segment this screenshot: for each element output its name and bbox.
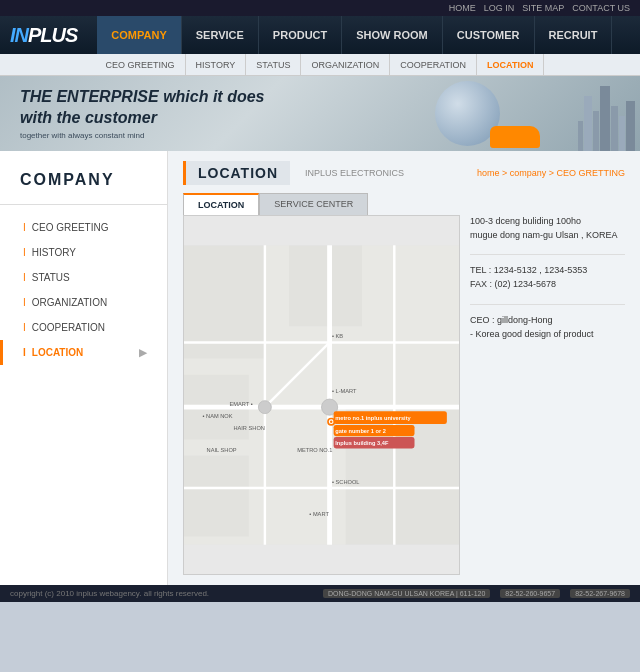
login-link[interactable]: LOG IN — [484, 3, 515, 13]
namnog-label: • NAM NOK — [203, 413, 233, 419]
subnav-coop[interactable]: COOPERATION — [390, 54, 477, 75]
tab-location[interactable]: LOCATION — [183, 193, 259, 215]
arrow-icon: ▶ — [139, 347, 147, 358]
footer-address: DONG-DONG NAM-GU ULSAN KOREA | 611-120 — [323, 589, 490, 598]
subnav-org[interactable]: ORGANIZATION — [301, 54, 390, 75]
tel-section: TEL : 1234-5132 , 1234-5353 FAX : (02) 1… — [470, 263, 625, 292]
company-name-label: INPLUS ELECTRONICS — [305, 168, 404, 178]
svg-rect-2 — [289, 245, 362, 326]
contact-link[interactable]: CONTACT US — [572, 3, 630, 13]
main-content: COMPANY CEO GREETING HISTORY STATUS ORGA… — [0, 151, 640, 585]
sidebar-item-history[interactable]: HISTORY — [0, 240, 167, 265]
map-container: • KB EMART • • L-MART • NAM NOK HAIR SHO… — [183, 215, 460, 575]
school-label: • SCHOOL — [332, 479, 359, 485]
subnav-status[interactable]: STATUS — [246, 54, 301, 75]
divider1 — [470, 254, 625, 255]
top-bar: HOME LOG IN SITE MAP CONTACT US — [0, 0, 640, 16]
subnav-location[interactable]: LOCATION — [477, 54, 544, 75]
sitemap-link[interactable]: SITE MAP — [522, 3, 564, 13]
emart-label: EMART • — [230, 401, 253, 407]
breadcrumb-bar: LOCATION INPLUS ELECTRONICS home > compa… — [183, 161, 625, 185]
tabs: LOCATION SERVICE CENTER — [183, 193, 625, 215]
hero-line3: together with always constant mind — [20, 131, 264, 140]
nav-recruit[interactable]: RECRUIT — [535, 16, 613, 54]
hero-line1: THE ENTERPRISE which it does — [20, 87, 264, 108]
subnav-ceo[interactable]: CEO GREETING — [96, 54, 186, 75]
info-panel: 100-3 dceng buliding 100ho mugue dong na… — [470, 215, 625, 575]
breadcrumb: home > company > CEO GRETTING — [477, 168, 625, 178]
nav-product[interactable]: PRODUCT — [259, 16, 342, 54]
fax-value: FAX : (02) 1234-5678 — [470, 277, 625, 291]
sub-nav: CEO GREETING HISTORY STATUS ORGANIZATION… — [0, 54, 640, 76]
map-svg: • KB EMART • • L-MART • NAM NOK HAIR SHO… — [184, 216, 459, 574]
main-nav: COMPANY SERVICE PRODUCT SHOW ROOM CUSTOM… — [97, 16, 630, 54]
footer: copyright (c) 2010 inplus webagency. all… — [0, 585, 640, 602]
footer-fax: 82-52-267-9678 — [570, 589, 630, 598]
callout3-text: Inplus building 3,4F — [335, 440, 389, 446]
divider2 — [470, 304, 625, 305]
footer-copyright: copyright (c) 2010 inplus webagency. all… — [10, 589, 313, 598]
svg-rect-4 — [184, 456, 249, 537]
svg-point-14 — [258, 401, 271, 414]
map-info-row: • KB EMART • • L-MART • NAM NOK HAIR SHO… — [183, 215, 625, 575]
footer-tel: 82-52-260-9657 — [500, 589, 560, 598]
sidebar-title: COMPANY — [0, 171, 167, 205]
sidebar-item-coop[interactable]: COOPERATION — [0, 315, 167, 340]
sidebar-item-org[interactable]: ORGANIZATION — [0, 290, 167, 315]
ceo-name: CEO : gilldong-Hong — [470, 313, 625, 327]
hairshon-label: HAIR SHON — [233, 425, 264, 431]
kb-label: • KB — [332, 333, 343, 339]
callout2-text: gate number 1 or 2 — [335, 428, 386, 434]
hero-text: THE ENTERPRISE which it does with the cu… — [20, 87, 264, 140]
ceo-section: CEO : gilldong-Hong - Korea good design … — [470, 313, 625, 342]
logo: IN PLUS — [10, 24, 77, 47]
lmart-label: • L-MART — [332, 388, 357, 394]
hero-line2: with the customer — [20, 108, 264, 129]
nav-company[interactable]: COMPANY — [97, 16, 181, 54]
nailshop-label: NAIL SHOP — [207, 447, 237, 453]
mart-label: • MART — [309, 511, 329, 517]
sidebar-item-status[interactable]: STATUS — [0, 265, 167, 290]
ceo-desc: - Korea good design of product — [470, 327, 625, 341]
hero-scene — [380, 76, 640, 151]
header: IN PLUS COMPANY SERVICE PRODUCT SHOW ROO… — [0, 16, 640, 54]
address-section: 100-3 dceng buliding 100ho mugue dong na… — [470, 215, 625, 242]
logo-text: IN PLUS — [10, 24, 77, 47]
page-heading: LOCATION — [183, 161, 290, 185]
svg-point-17 — [330, 420, 332, 422]
hero-banner: THE ENTERPRISE which it does with the cu… — [0, 76, 640, 151]
nav-service[interactable]: SERVICE — [182, 16, 259, 54]
home-link[interactable]: HOME — [449, 3, 476, 13]
tel-value: TEL : 1234-5132 , 1234-5353 — [470, 263, 625, 277]
sidebar-item-ceo[interactable]: CEO GREETING — [0, 215, 167, 240]
tab-service-center[interactable]: SERVICE CENTER — [259, 193, 368, 215]
sidebar: COMPANY CEO GREETING HISTORY STATUS ORGA… — [0, 151, 168, 585]
subnav-history[interactable]: HISTORY — [186, 54, 247, 75]
callout1-text: metro no.1 inplus university — [335, 415, 411, 421]
nav-customer[interactable]: CUSTOMER — [443, 16, 535, 54]
nav-showroom[interactable]: SHOW ROOM — [342, 16, 443, 54]
address-value: 100-3 dceng buliding 100ho mugue dong na… — [470, 215, 625, 242]
content-area: LOCATION INPLUS ELECTRONICS home > compa… — [168, 151, 640, 585]
metro1-label: METRO NO.1 — [297, 447, 332, 453]
sidebar-item-location[interactable]: LOCATION ▶ — [0, 340, 167, 365]
